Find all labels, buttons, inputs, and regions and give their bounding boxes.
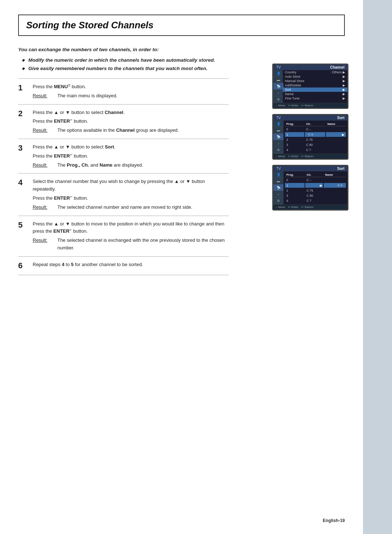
step-row-5: 5 Press the ▲ or ▼ button to move to the…	[18, 216, 229, 256]
tv-screen-1-header-left: TV	[276, 65, 281, 69]
menu-item-name-label: Name	[285, 92, 294, 96]
bullet-item: Modify the numeric order in which the ch…	[22, 57, 229, 63]
sort-cell-name-3-4	[324, 199, 346, 203]
result-label-2: Result:	[33, 127, 54, 134]
tv-screen-2-header-right: Sort	[337, 116, 344, 120]
tv-screen-3-header: TV Sort	[273, 166, 347, 171]
sidebar	[363, 0, 392, 534]
tv-screen-2: TV Sort 👤 ▬ 📡 ♪ ⚙ Prog. Ch.	[272, 114, 348, 160]
selected-channel-badge: C 3	[307, 133, 314, 136]
sort-cell-prog-2-4: 4	[285, 148, 304, 152]
result-label-5: Result:	[33, 237, 54, 252]
step-instruction-4b: Press the ENTER↵ button.	[33, 195, 225, 202]
tv-screen-3-header-left: TV	[276, 167, 281, 171]
diagrams-column: TV Channel 👤 ▬ 📡 ♪ ⚙ Country : Others ▶	[272, 64, 352, 211]
tv-screen-1-footer: ⬦ Move ↵ Enter ↩ Return	[273, 103, 347, 108]
step-content-5: Press the ▲ or ▼ button to move to the p…	[29, 216, 229, 256]
step-instruction-3b: Press the ENTER↵ button.	[33, 152, 225, 160]
sort-cell-name-2-0	[326, 127, 346, 131]
sort-table-header-2: Prog. Ch. Name	[285, 122, 346, 126]
result-label-3: Result:	[33, 162, 54, 169]
sort-cell-prog-2-1: 1	[285, 132, 304, 137]
step-instruction-4a: Select the channel number that you wish …	[33, 178, 225, 193]
sort-cell-ch-3-0: C -.	[305, 178, 323, 182]
col-prog-2: Prog.	[285, 122, 304, 126]
step-instruction-5a: Press the ▲ or ▼ button to move to the p…	[33, 220, 225, 236]
tv-icons-1: 👤 ▬ 📡 ♪ ⚙	[273, 70, 283, 103]
tv-icon-display: ▬	[273, 77, 283, 83]
tv-icon-3-setup: ⚙	[273, 197, 283, 204]
tv-screen-3-header-right: Sort	[337, 167, 344, 171]
result-text-1: The main menu is displayed.	[57, 92, 117, 100]
sort-cell-prog-3-3: 3	[285, 193, 305, 198]
channel-sort-table-2: Prog. Ch. Name 0 C -.	[284, 121, 347, 153]
sort-cell-prog-3-2: 2	[285, 188, 305, 193]
page-title: Sorting the Stored Channels	[26, 20, 337, 31]
sort-cell-ch-3-2: C 75	[305, 188, 323, 193]
main-content: Sorting the Stored Channels You can exch…	[0, 0, 363, 534]
footer-enter-1: ↵ Enter	[288, 104, 298, 107]
menu-item-finetune-arrow: ▶	[343, 97, 345, 100]
step-row-4: 4 Select the channel number that you wis…	[18, 174, 229, 216]
sort-cell-name-3-1: C 3	[324, 183, 346, 188]
tv-icon-2-setup: ⚙	[273, 147, 283, 153]
sort-row-2-4: 4 C 7	[285, 148, 346, 152]
col-prog-3: Prog.	[285, 173, 305, 177]
step-instruction-3a: Press the ▲ or ▼ button to select Sort.	[33, 143, 225, 151]
step-number-3: 3	[18, 139, 29, 173]
step-content-6: Repeat steps 4 to 5 for another channel …	[29, 256, 229, 275]
footer-return-3: ↩ Return	[301, 205, 313, 209]
sort-cell-ch-2-2: C 75	[305, 138, 325, 142]
menu-item-manualstore-arrow: ▶	[343, 79, 345, 83]
tv-icon-3-person: 👤	[273, 171, 283, 178]
col-ch-3: Ch.	[305, 173, 323, 177]
tv-menu-1: Country : Others ▶ Auto Store ▶ Manual S…	[283, 70, 347, 103]
footer-return-2: ↩ Return	[301, 155, 313, 158]
sort-cell-ch-2-3: C 80	[305, 143, 325, 147]
sort-cell-prog-2-3: 3	[285, 143, 304, 147]
steps-table: 1 Press the MENU☰ button. Result: The ma…	[18, 78, 229, 275]
result-text-4: The selected channel number and name are…	[57, 204, 192, 211]
footer-return-1: ↩ Return	[301, 104, 313, 107]
tv-screen-2-body: 👤 ▬ 📡 ♪ ⚙ Prog. Ch. Name	[273, 121, 347, 154]
menu-item-country-value: : Others ▶	[330, 70, 345, 74]
footer-enter-2: ↵ Enter	[288, 155, 298, 158]
tv-icon-3-display: ▬	[273, 178, 283, 184]
sort-row-2-2: 2 C 75	[285, 138, 346, 142]
tv-screen-1-header: TV Channel	[273, 65, 347, 70]
result-row-3: Result: The Prog., Ch. and Name are disp…	[33, 162, 225, 169]
menu-item-autostore-label: Auto Store	[285, 75, 301, 78]
sort-table-header-3: Prog. Ch. Name	[285, 173, 346, 177]
tv-screen-2-header: TV Sort	[273, 115, 347, 121]
sort-cell-ch-3-3: C 80	[305, 193, 323, 198]
step-content-3: Press the ▲ or ▼ button to select Sort. …	[29, 139, 229, 173]
sort-cell-name-3-3	[324, 193, 346, 198]
sort-cell-ch-2-0: C -.	[305, 127, 325, 131]
footer-enter-3: ↵ Enter	[288, 205, 298, 209]
result-text-3: The Prog., Ch. and Name are displayed.	[57, 162, 143, 169]
step-row-2: 2 Press the ▲ or ▼ button to select Chan…	[18, 104, 229, 139]
right-selected-badge: C 3	[336, 183, 344, 187]
menu-item-sort: Sort ▶	[283, 87, 347, 92]
sort-cell-prog-3-0: 0	[285, 178, 305, 182]
result-text-2: The options available in the Channel gro…	[57, 127, 179, 134]
menu-item-adddelete-label: Add/Delete	[285, 83, 301, 87]
result-row-1: Result: The main menu is displayed.	[33, 92, 225, 100]
tv-screen-3-body: 👤 ▬ 📡 ♪ ⚙ Prog. Ch. Name	[273, 171, 347, 204]
tv-icons-2: 👤 ▬ 📡 ♪ ⚙	[273, 121, 283, 154]
sort-cell-name-2-4	[326, 148, 346, 152]
step-number-5: 5	[18, 216, 29, 256]
sort-row-2-1: 1 C 3 ▶	[285, 132, 346, 137]
step-number-1: 1	[18, 79, 29, 105]
tv-icon-2-display: ▬	[273, 127, 283, 134]
tv-icon-person: 👤	[273, 70, 283, 77]
sort-cell-name-2-2	[326, 138, 346, 142]
tv-screen-1-header-right: Channel	[330, 65, 344, 69]
sort-cell-ch-2-4: C 7	[305, 148, 325, 152]
bullet-item: Give easily remembered numbers to the ch…	[22, 66, 229, 71]
sort-cell-name-2-3	[326, 143, 346, 147]
sort-cell-name-3-0	[324, 178, 346, 182]
step-content-1: Press the MENU☰ button. Result: The main…	[29, 79, 229, 105]
step-content-4: Select the channel number that you wish …	[29, 174, 229, 216]
step-instruction-2a: Press the ▲ or ▼ button to select Channe…	[33, 109, 225, 117]
